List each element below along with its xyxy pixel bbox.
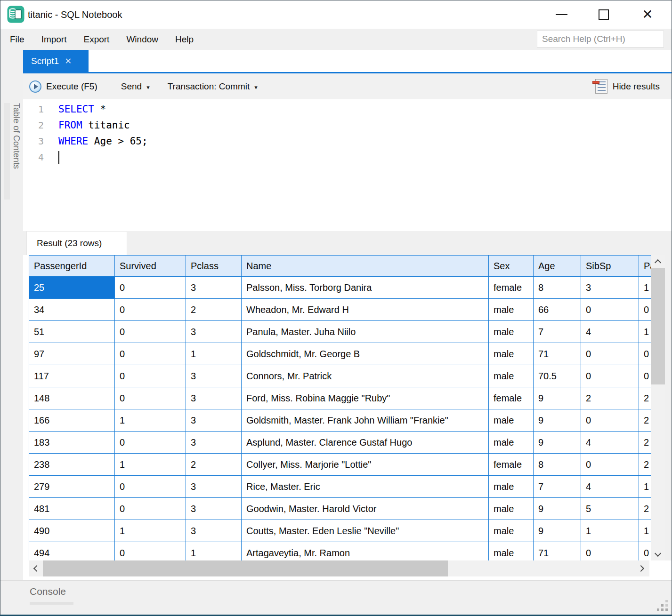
- table-cell[interactable]: 0: [115, 277, 186, 299]
- scroll-down-button[interactable]: [651, 548, 665, 560]
- table-cell[interactable]: 2: [639, 409, 651, 432]
- vertical-scrollbar-thumb[interactable]: [651, 268, 665, 384]
- table-cell[interactable]: 0: [115, 542, 186, 560]
- table-cell[interactable]: 0: [639, 542, 651, 560]
- table-cell[interactable]: 9: [534, 387, 581, 409]
- table-cell[interactable]: Goodwin, Master. Harold Victor: [242, 498, 489, 520]
- menu-item-window[interactable]: Window: [126, 34, 158, 45]
- table-cell[interactable]: 1: [115, 454, 186, 476]
- table-cell[interactable]: Collyer, Miss. Marjorie "Lottie": [242, 454, 489, 476]
- table-cell[interactable]: 2: [186, 454, 242, 476]
- table-cell[interactable]: 3: [186, 277, 242, 299]
- table-cell[interactable]: Goldschmidt, Mr. George B: [242, 343, 489, 365]
- table-cell[interactable]: 2: [639, 432, 651, 454]
- code-editor[interactable]: 1SELECT *2FROM titanic3WHERE Age > 65;4: [23, 99, 672, 226]
- table-cell[interactable]: 5: [581, 498, 639, 520]
- table-cell-selected[interactable]: 25: [29, 277, 115, 299]
- horizontal-scrollbar-thumb[interactable]: [43, 560, 448, 576]
- table-cell[interactable]: 0: [581, 542, 639, 560]
- table-cell[interactable]: 2: [581, 387, 639, 409]
- table-cell[interactable]: male: [489, 520, 534, 542]
- column-header-sex[interactable]: Sex: [489, 256, 534, 277]
- table-cell[interactable]: female: [489, 454, 534, 476]
- table-cell[interactable]: Wheadon, Mr. Edward H: [242, 299, 489, 321]
- table-cell[interactable]: 3: [186, 365, 242, 387]
- table-cell[interactable]: 0: [639, 343, 651, 365]
- table-cell[interactable]: 166: [29, 409, 115, 432]
- menu-item-help[interactable]: Help: [175, 34, 194, 45]
- table-cell[interactable]: 481: [29, 498, 115, 520]
- table-cell[interactable]: 0: [581, 454, 639, 476]
- horizontal-scrollbar[interactable]: [29, 560, 649, 576]
- table-cell[interactable]: 0: [115, 321, 186, 343]
- table-cell[interactable]: 7: [534, 321, 581, 343]
- table-cell[interactable]: 183: [29, 432, 115, 454]
- help-search-input[interactable]: [537, 31, 664, 48]
- table-cell[interactable]: 117: [29, 365, 115, 387]
- table-cell[interactable]: 8: [534, 277, 581, 299]
- table-cell[interactable]: male: [489, 409, 534, 432]
- table-cell[interactable]: 8: [534, 454, 581, 476]
- table-cell[interactable]: 0: [639, 365, 651, 387]
- table-cell[interactable]: male: [489, 476, 534, 498]
- column-header-age[interactable]: Age: [534, 256, 581, 277]
- table-cell[interactable]: 4: [581, 432, 639, 454]
- table-cell[interactable]: 3: [186, 520, 242, 542]
- menu-item-export[interactable]: Export: [83, 34, 109, 45]
- table-cell[interactable]: male: [489, 365, 534, 387]
- hide-results-button[interactable]: Hide results: [595, 73, 660, 99]
- console-tab[interactable]: Console: [30, 586, 66, 597]
- table-cell[interactable]: male: [489, 343, 534, 365]
- table-cell[interactable]: 1: [639, 321, 651, 343]
- table-cell[interactable]: 7: [534, 476, 581, 498]
- table-cell[interactable]: 9: [534, 498, 581, 520]
- table-cell[interactable]: 3: [186, 387, 242, 409]
- column-header-sibsp[interactable]: SibSp: [581, 256, 639, 277]
- table-cell[interactable]: 1: [186, 542, 242, 560]
- menu-item-file[interactable]: File: [10, 34, 24, 45]
- table-cell[interactable]: 66: [534, 299, 581, 321]
- table-cell[interactable]: 2: [639, 454, 651, 476]
- table-cell[interactable]: female: [489, 387, 534, 409]
- minimize-button[interactable]: [547, 0, 576, 29]
- table-of-contents-tab[interactable]: Table of Contents: [4, 103, 21, 202]
- table-cell[interactable]: 1: [115, 520, 186, 542]
- table-cell[interactable]: 71: [534, 542, 581, 560]
- table-cell[interactable]: 0: [115, 365, 186, 387]
- table-cell[interactable]: 2: [639, 498, 651, 520]
- tab-close-icon[interactable]: ✕: [65, 56, 72, 66]
- table-cell[interactable]: 0: [115, 432, 186, 454]
- table-cell[interactable]: 0: [581, 365, 639, 387]
- table-cell[interactable]: 0: [581, 343, 639, 365]
- table-cell[interactable]: 3: [186, 476, 242, 498]
- column-header-survived[interactable]: Survived: [115, 256, 186, 277]
- table-cell[interactable]: 1: [186, 343, 242, 365]
- column-header-pclass[interactable]: Pclass: [186, 256, 242, 277]
- table-cell[interactable]: 71: [534, 343, 581, 365]
- table-cell[interactable]: 0: [639, 299, 651, 321]
- execute-button[interactable]: Execute (F5): [29, 80, 97, 93]
- column-header-passengerid[interactable]: PassengerId: [29, 256, 115, 277]
- table-cell[interactable]: 1: [581, 520, 639, 542]
- transaction-button[interactable]: Transaction: Commit ▾: [168, 81, 258, 92]
- table-cell[interactable]: 9: [534, 520, 581, 542]
- table-cell[interactable]: 9: [534, 409, 581, 432]
- table-cell[interactable]: male: [489, 542, 534, 560]
- table-cell[interactable]: 2: [639, 387, 651, 409]
- table-cell[interactable]: 1: [639, 277, 651, 299]
- table-cell[interactable]: 3: [186, 498, 242, 520]
- table-cell[interactable]: 279: [29, 476, 115, 498]
- table-cell[interactable]: Rice, Master. Eric: [242, 476, 489, 498]
- table-cell[interactable]: 490: [29, 520, 115, 542]
- table-cell[interactable]: 0: [115, 387, 186, 409]
- column-header-pa[interactable]: Pa: [639, 256, 651, 277]
- resize-grip[interactable]: [657, 600, 670, 613]
- table-cell[interactable]: 9: [534, 432, 581, 454]
- table-cell[interactable]: 51: [29, 321, 115, 343]
- table-cell[interactable]: 0: [115, 498, 186, 520]
- table-cell[interactable]: 494: [29, 542, 115, 560]
- tab-script1[interactable]: Script1 ✕: [23, 50, 89, 72]
- table-cell[interactable]: 1: [639, 476, 651, 498]
- tab-result[interactable]: Result (23 rows): [26, 231, 127, 255]
- table-cell[interactable]: 70.5: [534, 365, 581, 387]
